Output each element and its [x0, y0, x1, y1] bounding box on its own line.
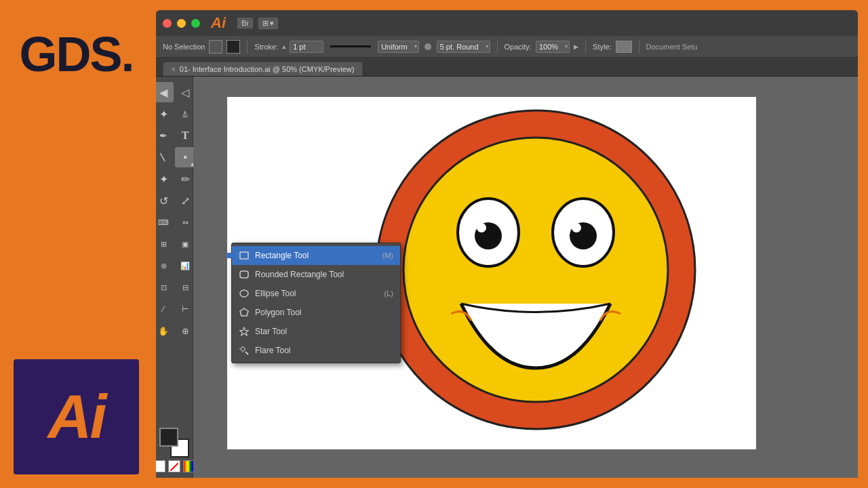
scale-icon: ⤢ — [181, 195, 190, 207]
artboard-tool[interactable]: ⊡ — [156, 277, 174, 298]
round-dropdown[interactable]: 5 pt. Round ▾ — [437, 41, 490, 53]
left-toolbar: ◀ ◁ ✦ ⍋ ✒ — [156, 77, 193, 478]
pen-icon: ✒ — [159, 130, 167, 141]
line-tool[interactable]: / — [156, 147, 174, 167]
stroke-value-text: 1 pt — [293, 43, 305, 51]
svg-point-10 — [240, 290, 248, 297]
opacity-dropdown[interactable]: 100% ▾ — [536, 41, 570, 53]
sep2 — [497, 40, 498, 54]
column-graph-icon: 📊 — [180, 262, 190, 270]
svg-line-18 — [245, 352, 248, 354]
bridge-button[interactable]: Br — [237, 17, 254, 29]
stroke-value-dropdown[interactable]: 1 pt — [290, 41, 323, 53]
star-tool-label: Star Tool — [255, 327, 287, 336]
foreground-swatch[interactable] — [159, 428, 178, 447]
stroke-swatch-box[interactable] — [226, 40, 240, 54]
slice-row: ⊡ ⊟ — [156, 277, 195, 298]
scale-tool[interactable]: ⤢ — [175, 190, 195, 211]
eyedropper-tool[interactable]: ⁄ — [156, 299, 174, 319]
rounded-rect-icon — [239, 269, 250, 280]
rotate-icon: ↺ — [159, 195, 168, 207]
hand-icon: ✋ — [158, 326, 169, 336]
app-window: Ai Br ⊞ ▾ No Selection Stroke: ▲ — [156, 10, 858, 478]
blend-icon: ▣ — [182, 240, 189, 249]
hand-row: ✋ ⊕ — [156, 321, 195, 341]
workspace-icon: ⊞ — [262, 19, 269, 28]
round-dot — [425, 43, 431, 50]
fg-bg-swatch[interactable] — [159, 428, 189, 458]
shape-flyout-menu: Rectangle Tool (M) Rounded Rectangle Too… — [231, 243, 401, 363]
slice-tool[interactable]: ⊟ — [175, 277, 195, 298]
measure-icon: ⊢ — [182, 304, 189, 314]
maximize-button[interactable] — [191, 19, 200, 28]
shape-tool[interactable]: ▪ — [175, 147, 195, 167]
width-tool[interactable]: ⇔ — [175, 212, 195, 232]
warp-tool[interactable]: ⌨ — [156, 212, 174, 232]
selection-icon: ◀ — [159, 86, 167, 99]
blend-tool[interactable]: ▣ — [175, 234, 195, 254]
free-transform-tool[interactable]: ⊞ — [156, 234, 174, 254]
sep1 — [247, 40, 248, 54]
artboard-icon: ⊡ — [161, 283, 167, 292]
flare-icon — [239, 345, 250, 356]
lasso-tool[interactable]: ⍋ — [175, 104, 195, 124]
fill-swatch[interactable] — [209, 40, 222, 54]
type-icon: T — [182, 129, 189, 142]
eyedropper-icon: ⁄ — [163, 304, 164, 314]
type-tool[interactable]: T — [175, 125, 195, 146]
title-bar: Ai Br ⊞ ▾ — [156, 10, 858, 36]
ellipse-tool-label: Ellipse Tool — [255, 289, 296, 298]
rounded-rectangle-tool-item[interactable]: Rounded Rectangle Tool — [232, 265, 400, 284]
ellipse-tool-item[interactable]: Ellipse Tool (L) — [232, 284, 400, 303]
polygon-tool-label: Polygon Tool — [255, 308, 302, 317]
paintbrush-tool[interactable]: ✦ — [156, 169, 174, 189]
opacity-arrow[interactable]: ▶ — [574, 43, 578, 50]
polygon-tool-item[interactable]: Polygon Tool — [232, 303, 400, 322]
pencil-tool[interactable]: ✏ — [175, 169, 195, 189]
free-transform-icon: ⊞ — [161, 240, 167, 249]
star-tool-item[interactable]: Star Tool — [232, 322, 400, 341]
direct-selection-tool[interactable]: ◁ — [175, 82, 195, 102]
hand-tool[interactable]: ✋ — [156, 321, 174, 341]
workspace-button[interactable]: ⊞ ▾ — [258, 17, 279, 30]
svg-rect-8 — [240, 252, 248, 259]
rotate-tool[interactable]: ↺ — [156, 190, 174, 211]
minimize-button[interactable] — [177, 19, 186, 28]
zoom-tool[interactable]: ⊕ — [175, 321, 195, 341]
zoom-icon: ⊕ — [182, 326, 189, 336]
star-icon — [239, 326, 250, 337]
gds-logo: GDS. — [14, 14, 139, 95]
smiley-illustration — [370, 104, 702, 436]
active-tab[interactable]: × 01- Interface Introduction.ai @ 50% (C… — [163, 62, 363, 76]
sep4 — [639, 40, 639, 54]
stroke-up-arrow[interactable]: ▲ — [281, 43, 287, 50]
selection-tool[interactable]: ◀ — [156, 82, 174, 102]
no-selection-text: No Selection — [163, 43, 205, 51]
title-bar-tools: Br ⊞ ▾ — [237, 17, 279, 30]
svg-marker-12 — [240, 327, 249, 336]
symbol-icon: ⊛ — [161, 262, 167, 270]
flare-tool-item[interactable]: Flare Tool — [232, 341, 400, 360]
opacity-value: 100% — [539, 43, 558, 51]
magic-wand-tool[interactable]: ✦ — [156, 104, 174, 124]
white-swatch[interactable] — [156, 460, 165, 472]
round-text: 5 pt. Round — [440, 43, 479, 51]
gds-text: GDS. — [19, 30, 133, 79]
measure-tool[interactable]: ⊢ — [175, 299, 195, 319]
rounded-rect-label: Rounded Rectangle Tool — [255, 270, 344, 279]
rectangle-tool-item[interactable]: Rectangle Tool (M) — [232, 246, 400, 265]
tab-close-btn[interactable]: × — [172, 66, 176, 73]
doc-setup-text[interactable]: Document Setu — [646, 43, 698, 51]
ellipse-icon — [239, 288, 250, 299]
style-swatch[interactable] — [616, 41, 632, 53]
column-graph-tool[interactable]: 📊 — [175, 256, 195, 276]
rotate-row: ↺ ⤢ — [156, 190, 195, 211]
blend-row: ⊞ ▣ — [156, 234, 195, 254]
uniform-dropdown[interactable]: Uniform ▾ — [378, 41, 419, 53]
symbol-tool[interactable]: ⊛ — [156, 256, 174, 276]
ai-app-icon: Ai — [211, 14, 226, 32]
close-button[interactable] — [163, 19, 172, 28]
magic-wand-icon: ✦ — [159, 108, 168, 121]
pen-tool[interactable]: ✒ — [156, 125, 174, 146]
none-swatch[interactable] — [168, 460, 180, 472]
